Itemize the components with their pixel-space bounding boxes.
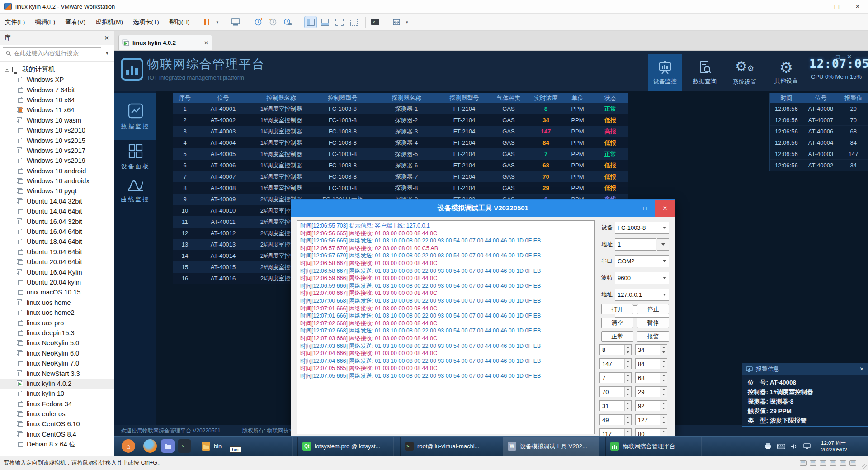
alarm-popup-close-icon[interactable]: ✕	[859, 366, 864, 372]
library-close-icon[interactable]: ✕	[104, 34, 109, 42]
tab-close-icon[interactable]: ✕	[204, 40, 208, 46]
stretch-guest-button[interactable]	[391, 16, 402, 28]
vm-list-item[interactable]: linux uos pro	[0, 318, 114, 328]
send-ctrl-alt-del-button[interactable]	[230, 16, 241, 28]
vm-list-item[interactable]: Windows 10 vs2015	[0, 135, 114, 145]
top-nav-1[interactable]: 数据查询	[688, 54, 722, 91]
spinner-arrows[interactable]	[660, 345, 667, 355]
vm-list-item[interactable]: linux deepin15.3	[0, 328, 114, 338]
vm-list-item[interactable]: linux kylin 10	[0, 389, 114, 399]
top-nav-3[interactable]: ⚙其他设置	[769, 54, 803, 91]
printer-device-icon[interactable]	[849, 460, 856, 466]
spinner-r5-c1[interactable]: 127	[635, 414, 667, 425]
vm-list-item[interactable]: linux NeoKylin 7.0	[0, 358, 114, 368]
alarm-row[interactable]: 12:06:56AT-4000770	[770, 114, 868, 126]
vm-list-item[interactable]: linux Fedora 34	[0, 399, 114, 409]
spinner-r3-c1[interactable]: 29	[635, 386, 667, 397]
device-row[interactable]: 1AT-400011#调度室控制器FC-1003-8探测器-1FT-2104GA…	[173, 103, 628, 114]
spinner-arrows[interactable]	[660, 401, 667, 411]
taskbar-window-1[interactable]: Qtiotsystem.pro @ iotsyst...	[297, 437, 394, 456]
spinner-arrows[interactable]	[624, 387, 631, 397]
button-3[interactable]: 暂停	[637, 318, 669, 328]
combo-dropdown-button[interactable]	[657, 238, 669, 251]
device-row[interactable]: 8AT-400081#调度室控制器FC-1003-8探测器-8FT-2104GA…	[173, 182, 628, 194]
usb-device-icon[interactable]	[830, 460, 836, 466]
taskbar-window-2[interactable]: >_root@liu-virtual-machi...	[400, 437, 496, 456]
spinner-arrows[interactable]	[660, 415, 667, 425]
menu-item-5[interactable]: 帮助(H)	[164, 14, 195, 31]
stretch-dropdown-icon[interactable]: ▾	[406, 20, 408, 24]
vm-list-item[interactable]: Ubuntu 18.04 64bit	[0, 237, 114, 247]
spinner-r1-c0[interactable]: 147	[599, 358, 632, 369]
vm-list-item[interactable]: Windows 10 wasm	[0, 115, 114, 125]
button-2[interactable]: 清空	[601, 318, 633, 328]
side-nav-1[interactable]: 设备面板	[114, 142, 156, 172]
vm-list-item[interactable]: Windows 10 x64	[0, 95, 114, 105]
vm-list-item[interactable]: unix macOS 10.15	[0, 287, 114, 297]
library-search-box[interactable]	[3, 47, 101, 59]
vm-list-item[interactable]: linux euler os	[0, 409, 114, 419]
device-row[interactable]: 4AT-400041#调度室控制器FC-1003-8探测器-4FT-2104GA…	[173, 137, 628, 148]
vm-list-item[interactable]: linux uos home	[0, 298, 114, 308]
take-snapshot-button[interactable]	[253, 16, 264, 28]
field-combo[interactable]: 9600	[615, 272, 669, 284]
vm-list-item[interactable]: Ubuntu 19.04 64bit	[0, 247, 114, 257]
spinner-arrows[interactable]	[660, 359, 667, 369]
device-row[interactable]: 6AT-400061#调度室控制器FC-1003-8探测器-6FT-2104GA…	[173, 160, 628, 171]
harddisk-device-icon[interactable]	[800, 460, 807, 466]
field-combo[interactable]: 127.0.0.1	[615, 289, 669, 301]
vm-list-item[interactable]: Windows 7 64bit	[0, 85, 114, 95]
window-maximize-button[interactable]: □	[826, 0, 847, 14]
vm-list-item[interactable]: Ubuntu 14.04 64bit	[0, 206, 114, 216]
vm-list-item[interactable]: Ubuntu 20.04 64bit	[0, 257, 114, 267]
resize-grip[interactable]	[862, 464, 867, 469]
spinner-arrows[interactable]	[624, 415, 631, 425]
button-5[interactable]: 报警	[637, 331, 669, 342]
manage-snapshots-button[interactable]	[282, 16, 293, 28]
vm-list-item[interactable]: Debian 8.x 64 位	[0, 439, 114, 449]
button-4[interactable]: 正常	[601, 331, 633, 342]
spinner-arrows[interactable]	[624, 359, 631, 369]
vm-list-item[interactable]: Windows 10 pyqt	[0, 186, 114, 196]
terminal-app-icon[interactable]: >_	[178, 439, 191, 453]
alarm-row[interactable]: 12:06:56AT-40003147	[770, 148, 868, 160]
pause-dropdown-icon[interactable]: ▾	[217, 20, 219, 24]
spinner-arrows[interactable]	[624, 401, 631, 411]
show-library-button[interactable]	[305, 16, 316, 28]
spinner-r1-c1[interactable]: 84	[635, 358, 667, 369]
menu-item-4[interactable]: 选项卡(T)	[128, 14, 164, 31]
side-nav-0[interactable]: 数据监控	[114, 93, 156, 140]
spinner-r4-c1[interactable]: 92	[635, 400, 667, 411]
device-row[interactable]: 2AT-400021#调度室控制器FC-1003-8探测器-2FT-2104GA…	[173, 114, 628, 126]
spinner-r4-c0[interactable]: 31	[599, 400, 632, 411]
dialog-titlebar[interactable]: 设备模拟调试工具 V20220501 — □ ✕	[291, 200, 675, 217]
printer-tray-icon[interactable]	[764, 443, 772, 450]
taskbar-window-3[interactable]: W设备模拟调试工具 V202...	[503, 437, 599, 456]
alarm-row[interactable]: 12:06:56AT-4000234	[770, 160, 868, 171]
pause-vm-button[interactable]	[201, 16, 213, 28]
spinner-r2-c0[interactable]: 7	[599, 372, 632, 383]
spinner-arrows[interactable]	[624, 373, 631, 383]
spinner-r0-c1[interactable]: 34	[635, 344, 667, 355]
vm-list-item[interactable]: Ubuntu 20.04 kylin	[0, 277, 114, 287]
taskbar-window-0[interactable]: bin	[197, 437, 293, 456]
spinner-r5-c0[interactable]: 49	[599, 414, 632, 425]
search-dropdown-icon[interactable]: ▼	[103, 51, 111, 56]
library-search-input[interactable]	[14, 50, 98, 57]
taskbar-window-4[interactable]: 物联网综合管理平台	[605, 437, 702, 456]
firefox-icon[interactable]	[143, 439, 157, 453]
field-combo[interactable]: FC-1003-8	[615, 222, 669, 234]
button-1[interactable]: 停止	[637, 304, 669, 314]
keyboard-tray-icon[interactable]	[777, 444, 785, 449]
spinner-arrows[interactable]	[660, 373, 667, 383]
taskbar-clock[interactable]: 12:07 周一 2022/05/02	[821, 440, 847, 453]
menu-item-0[interactable]: 文件(F)	[0, 14, 30, 31]
dialog-maximize-button[interactable]: □	[635, 200, 655, 217]
top-nav-2[interactable]: ⚙⚙系统设置	[727, 54, 762, 91]
vm-list-item[interactable]: Windows 10 android	[0, 166, 114, 176]
show-console-pane-button[interactable]	[319, 16, 331, 28]
alarm-row[interactable]: 12:06:56AT-4000829	[770, 103, 868, 114]
vm-list-item[interactable]: Ubuntu 16.04 32bit	[0, 216, 114, 226]
side-nav-2[interactable]: 曲线监控	[114, 174, 156, 208]
revert-snapshot-button[interactable]	[267, 16, 279, 28]
